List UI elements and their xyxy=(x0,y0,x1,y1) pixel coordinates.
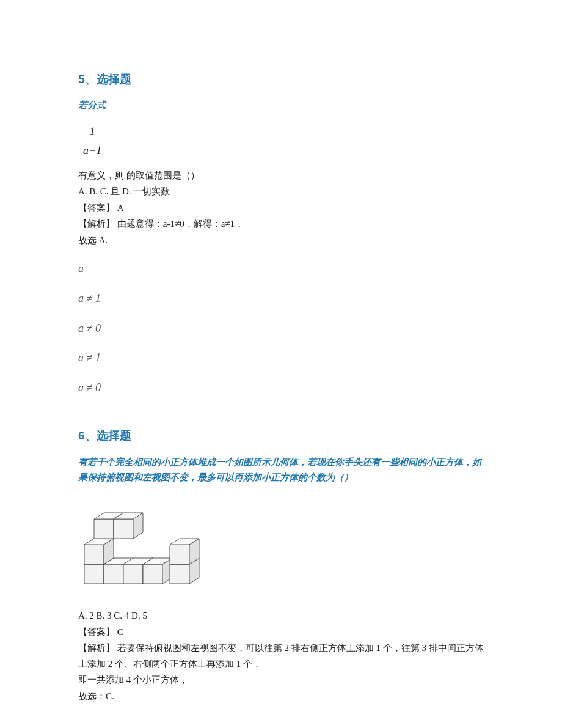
q6-answer-label: 【答案】 xyxy=(78,627,115,637)
q5-math-3: a ≠ 0 xyxy=(78,319,484,338)
q5-explain-row1: 【解析】 由题意得：a-1≠0，解得：a≠1， xyxy=(78,216,484,232)
q5-header: 5、选择题 xyxy=(78,70,484,89)
q5-options: A. B. C. 且 D. 一切实数 xyxy=(78,184,484,200)
q6-explain-line2: 即一共添加 4 个小正方体， xyxy=(78,672,484,688)
q5-math-5: a ≠ 0 xyxy=(78,378,484,397)
q5-math-1: a xyxy=(78,259,484,278)
q5-answer-row: 【答案】 A xyxy=(78,200,484,216)
q6-answer-row: 【答案】 C xyxy=(78,625,484,641)
q5-explain-line1: 由题意得：a-1≠0，解得：a≠1， xyxy=(117,219,244,229)
svg-marker-24 xyxy=(170,545,189,564)
q5-stem-tail: 有意义，则 的取值范围是（） xyxy=(78,168,484,184)
q6-explain-line3: 故选：C. xyxy=(78,689,484,705)
svg-marker-3 xyxy=(84,545,104,564)
svg-marker-0 xyxy=(84,564,104,584)
question-6: 6、选择题 有若干个完全相同的小正方体堆成一个如图所示几何体，若现在你手头还有一… xyxy=(78,426,484,704)
q6-explain-line1: 若要保持俯视图和左视图不变，可以往第 2 排右侧正方体上添加 1 个，往第 3 … xyxy=(78,643,484,669)
q6-options: A. 2 B. 3 C. 4 D. 5 xyxy=(78,608,484,624)
q6-answer-value: C xyxy=(117,627,123,637)
q5-fraction-den: a−1 xyxy=(78,141,106,160)
svg-marker-12 xyxy=(104,564,123,584)
question-5: 5、选择题 若分式 1 a−1 有意义，则 的取值范围是（） A. B. C. … xyxy=(78,70,484,397)
svg-marker-15 xyxy=(123,564,143,584)
q6-explain-row1: 【解析】 若要保持俯视图和左视图不变，可以往第 2 排右侧正方体上添加 1 个，… xyxy=(78,641,484,672)
q5-answer-value: A xyxy=(117,203,124,213)
svg-marker-9 xyxy=(114,519,133,539)
svg-marker-21 xyxy=(170,564,189,584)
svg-marker-6 xyxy=(94,519,114,539)
q6-geometry-figure xyxy=(78,492,484,601)
q5-explain-label: 【解析】 xyxy=(78,219,115,229)
q5-math-2: a ≠ 1 xyxy=(78,289,484,308)
q5-fraction: 1 a−1 xyxy=(78,122,106,160)
q5-answer-label: 【答案】 xyxy=(78,203,115,213)
svg-marker-18 xyxy=(143,564,162,584)
q5-stem-lead: 若分式 xyxy=(78,98,484,114)
q5-math-4: a ≠ 1 xyxy=(78,348,484,367)
q6-explain-label: 【解析】 xyxy=(78,643,115,653)
q6-stem: 有若干个完全相同的小正方体堆成一个如图所示几何体，若现在你手头还有一些相同的小正… xyxy=(78,455,484,486)
cube-stack-icon xyxy=(78,492,200,596)
q6-header: 6、选择题 xyxy=(78,426,484,446)
page-container: 5、选择题 若分式 1 a−1 有意义，则 的取值范围是（） A. B. C. … xyxy=(0,0,562,728)
q5-explain-line2: 故选 A. xyxy=(78,233,484,249)
q5-fraction-num: 1 xyxy=(78,122,106,142)
